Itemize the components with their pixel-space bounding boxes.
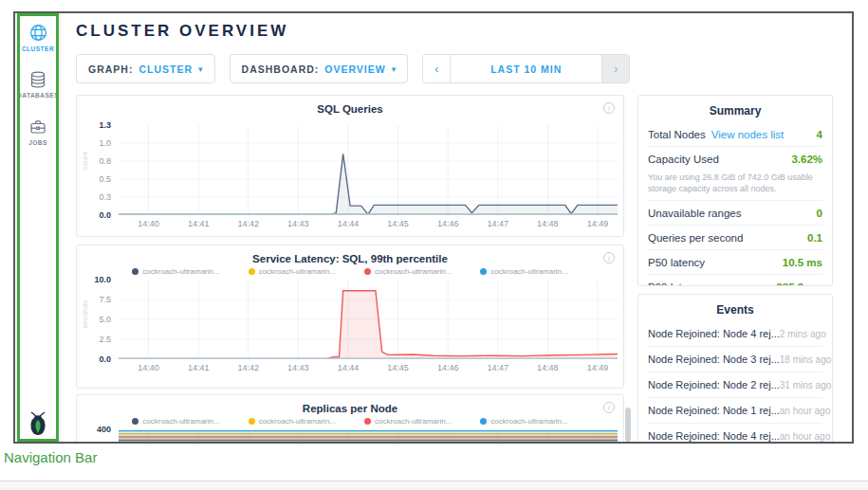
globe-icon: [28, 23, 48, 43]
legend-item[interactable]: cockroach-ultramarin...: [480, 417, 567, 426]
chart-plot-area: [119, 280, 618, 359]
summary-row-value: 0.1: [807, 232, 822, 244]
graph-dropdown[interactable]: GRAPH: CLUSTER ▾: [76, 54, 215, 83]
x-tick-label: 14:49: [577, 219, 619, 228]
sidebar-item-label: JOBS: [28, 139, 47, 146]
sidebar-item-jobs[interactable]: JOBS: [15, 108, 61, 155]
main-content: CLUSTER OVERVIEW GRAPH: CLUSTER ▾ DASHBO…: [61, 13, 852, 442]
dashboard-dropdown[interactable]: DASHBOARD: OVERVIEW ▾: [230, 54, 409, 83]
time-next-button[interactable]: ›: [601, 55, 629, 82]
x-tick-label: 14:40: [128, 219, 170, 228]
summary-title: Summary: [648, 96, 822, 122]
info-icon[interactable]: i: [603, 102, 615, 114]
y-tick-label: 10.0: [79, 275, 111, 284]
event-list-item[interactable]: Node Rejoined: Node 4 rej...2 mins ago: [648, 321, 822, 346]
event-text: Node Rejoined: Node 2 rej...: [648, 379, 780, 390]
legend-item[interactable]: cockroach-ultramarin...: [249, 417, 336, 426]
event-time: 2 mins ago: [780, 329, 826, 339]
summary-row: Capacity Used3.62%You are using 26.8 GiB…: [648, 146, 822, 200]
summary-row-label: P99 latency: [648, 281, 705, 286]
legend-item[interactable]: cockroach-ultramarin...: [132, 267, 219, 276]
x-tick-label: 14:43: [277, 363, 319, 372]
legend-dot-icon: [132, 418, 139, 425]
graph-dropdown-value: CLUSTER: [139, 64, 193, 75]
view-nodes-link[interactable]: View nodes list: [711, 129, 785, 140]
dashboard-dropdown-value: OVERVIEW: [324, 64, 385, 75]
summary-row: Total NodesView nodes list4: [648, 122, 822, 146]
x-tick-label: 14:49: [577, 363, 619, 372]
legend-item[interactable]: cockroach-ultramarin...: [364, 417, 452, 426]
y-tick-label: 0.3: [79, 192, 111, 202]
summary-row-value: 0: [817, 208, 822, 219]
dashboard-dropdown-label: DASHBOARD:: [242, 64, 320, 75]
summary-row-label: Queries per second: [648, 232, 743, 244]
legend-item[interactable]: cockroach-ultramarin...: [132, 417, 219, 426]
navigation-sidebar: CLUSTER DATABASES: [15, 13, 61, 442]
summary-row: P50 latency10.5 ms: [648, 249, 822, 274]
y-tick-label: 0.0: [79, 210, 111, 220]
legend-dot-icon: [364, 418, 371, 425]
event-list-item[interactable]: Node Rejoined: Node 4 rej...an hour ago: [648, 423, 822, 444]
x-tick-label: 14:48: [526, 363, 568, 372]
legend-item[interactable]: cockroach-ultramarin...: [364, 267, 452, 276]
x-tick-label: 14:41: [177, 219, 219, 228]
chart-replicas-per-node: Replicas per Node i cockroach-ultramarin…: [76, 394, 624, 444]
toolbar: GRAPH: CLUSTER ▾ DASHBOARD: OVERVIEW ▾ ‹…: [76, 54, 630, 83]
sidebar-item-databases[interactable]: DATABASES: [15, 61, 61, 108]
admin-ui-window: CLUSTER DATABASES: [13, 11, 854, 444]
event-text: Node Rejoined: Node 3 rej...: [648, 354, 780, 365]
summary-row-description: You are using 26.8 GiB of 742.0 GiB usab…: [648, 171, 822, 200]
event-time: an hour ago: [780, 431, 830, 442]
event-list-item[interactable]: Node Rejoined: Node 1 rej...an hour ago: [648, 397, 822, 423]
annotation-label: Navigation Bar: [4, 449, 97, 465]
x-tick-label: 14:45: [378, 363, 419, 372]
event-list-item[interactable]: Node Rejoined: Node 2 rej...31 mins ago: [648, 372, 822, 397]
x-tick-label: 14:46: [427, 219, 469, 228]
chart-plot-area: [119, 125, 618, 215]
x-tick-label: 14:43: [277, 219, 319, 228]
graph-dropdown-label: GRAPH:: [88, 64, 133, 75]
info-icon[interactable]: i: [603, 252, 615, 263]
summary-row-label: Total Nodes: [648, 129, 706, 140]
time-prev-button[interactable]: ‹: [423, 55, 451, 82]
events-panel: Events Node Rejoined: Node 4 rej...2 min…: [637, 294, 833, 444]
legend-dot-icon: [249, 418, 255, 425]
time-range-selector: ‹ LAST 10 MIN ›: [422, 54, 630, 83]
event-time: 31 mins ago: [780, 380, 831, 390]
summary-row: Queries per second0.1: [648, 225, 822, 249]
event-list-item[interactable]: Node Rejoined: Node 3 rej...18 mins ago: [648, 346, 822, 372]
x-tick-label: 14:42: [228, 219, 269, 228]
summary-panel: Summary Total NodesView nodes list4Capac…: [637, 95, 833, 286]
legend-item[interactable]: cockroach-ultramarin...: [480, 267, 567, 276]
legend-item[interactable]: cockroach-ultramarin...: [249, 267, 336, 276]
y-tick-label: 1.3: [79, 120, 111, 130]
chevron-down-icon: ▾: [198, 64, 203, 74]
summary-row-label: Capacity Used: [648, 154, 719, 165]
chart-title: Replicas per Node: [77, 395, 623, 414]
y-axis-label: seconds: [81, 300, 89, 329]
summary-row-value: 3.62%: [791, 154, 822, 165]
legend-dot-icon: [480, 268, 487, 275]
briefcase-icon: [28, 118, 47, 136]
summary-row-label: Unavailable ranges: [648, 208, 741, 219]
sidebar-item-label: CLUSTER: [22, 45, 54, 52]
info-icon[interactable]: i: [603, 402, 615, 413]
y-axis-label: count: [81, 152, 89, 171]
chart-sql-queries: SQL Queries i 1.31.00.80.50.30.014:4014:…: [76, 95, 624, 237]
x-tick-label: 14:45: [378, 219, 419, 228]
cockroach-icon: [26, 409, 50, 436]
chart-service-latency: Service Latency: SQL, 99th percentile i …: [76, 245, 624, 389]
cockroachdb-logo[interactable]: [15, 409, 61, 436]
chart-plot-area: [119, 429, 618, 444]
summary-row-value: 10.5 ms: [783, 257, 822, 268]
x-tick-label: 14:47: [477, 219, 519, 228]
database-icon: [28, 70, 47, 89]
scrollbar-thumb[interactable]: [625, 408, 631, 442]
legend-dot-icon: [480, 418, 487, 425]
event-time: 18 mins ago: [780, 354, 831, 365]
time-range-label[interactable]: LAST 10 MIN: [451, 55, 601, 82]
sidebar-item-cluster[interactable]: CLUSTER: [15, 13, 61, 61]
chevron-down-icon: ▾: [392, 64, 397, 74]
chart-title: Service Latency: SQL, 99th percentile: [77, 245, 623, 264]
x-tick-label: 14:46: [427, 363, 469, 372]
